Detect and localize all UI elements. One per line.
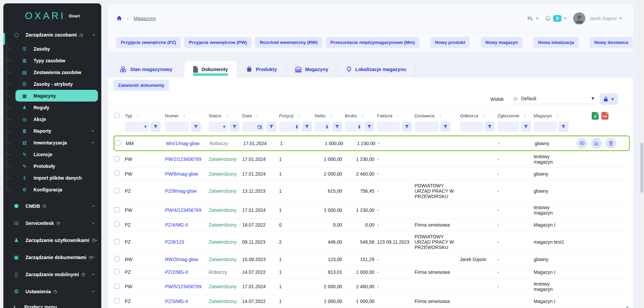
new-warehouse-button[interactable]: Nowy magazyn — [481, 37, 523, 48]
table-row[interactable]: MM Mm/1/mag-glow Roboczy 17.01.2024 1 1 … — [113, 135, 630, 151]
new-supplier-button[interactable]: Nowy dostawca — [590, 37, 633, 48]
sidebar-section[interactable]: ♟ Zarządzanie użytkownikami ◷ › — [3, 232, 101, 249]
sidebar-subitem[interactable]: ☰ Zasoby - atrybuty — [15, 78, 101, 90]
sidebar-section[interactable]: ☏ Servicedesk ◷ › — [3, 214, 101, 232]
filter-input[interactable]: ▼ ▲ ▼ — [497, 122, 519, 132]
column-header-label[interactable]: Numer — [165, 113, 179, 118]
sidebar-subitem[interactable]: ◎ Akcje — [15, 113, 101, 125]
user-name[interactable]: Jarek Gąsior — [589, 16, 617, 21]
caret-down-icon[interactable]: ▼ — [564, 17, 567, 20]
document-action-button[interactable]: Rozchód wewnętrzny (RW) — [255, 37, 322, 48]
table-row[interactable]: PW PW/4/123456789 Zatwierdzony 17.01.202… — [113, 202, 630, 219]
row-checkbox[interactable] — [114, 188, 119, 193]
row-checkbox[interactable] — [114, 222, 119, 227]
select-all-checkbox[interactable] — [114, 113, 119, 118]
document-action-button[interactable]: Przyjęcie zewnętrzne (PZ) — [116, 37, 181, 48]
breadcrumb-current-link[interactable]: Magazyny — [134, 16, 156, 21]
row-checkbox[interactable] — [114, 256, 119, 261]
filter-input[interactable]: ▼ ▲ ▼ — [279, 122, 300, 132]
filter-input[interactable]: ▼ ▲ ▼ — [377, 122, 400, 132]
column-header-label[interactable]: Data — [242, 113, 252, 118]
view-select[interactable]: ◎ Default ▼ — [513, 94, 595, 104]
filter-funnel-button[interactable] — [151, 122, 161, 132]
approve-documents-button[interactable]: Zatwierdź dokumenty — [113, 80, 169, 91]
home-icon[interactable] — [116, 15, 122, 21]
sidebar-subitem[interactable]: ✎ Licencje — [15, 148, 101, 160]
table-row[interactable]: RW RW/3/mag-glow Zatwierdzony 15.09.2023… — [113, 253, 630, 266]
column-header-label[interactable]: Odbiorca — [460, 113, 478, 118]
tab-stan-magazynowy[interactable]: Stan magazynowy — [108, 61, 184, 77]
language-selector[interactable]: PL — [527, 16, 533, 21]
column-header-label[interactable]: Dostawca — [415, 113, 434, 118]
filter-funnel-button[interactable] — [402, 122, 412, 132]
filter-funnel-button[interactable] — [229, 122, 239, 132]
avatar[interactable] — [573, 12, 585, 24]
filter-funnel-button[interactable] — [302, 122, 312, 132]
column-header-label[interactable]: Magazyn — [534, 113, 552, 118]
column-header-label[interactable]: Brutto — [345, 113, 357, 118]
sidebar-section[interactable]: ▯ Zarządzanie mobilnymi ◷ › — [3, 266, 101, 283]
column-menu-icon[interactable]: ⋮ — [297, 113, 302, 118]
filter-funnel-button[interactable] — [266, 122, 276, 132]
filter-input[interactable]: ▼ ▲ ▼ — [460, 122, 483, 132]
table-row[interactable]: PZ PZ/8/123 Zatwierdzony 09.11.2023 2 44… — [113, 231, 630, 253]
document-number-link[interactable]: PZ/2/MG-II — [165, 269, 188, 275]
sidebar-subitem[interactable]: ⋔ Reguły — [15, 102, 101, 113]
tab-lokalizacje-magazynu[interactable]: Lokalizacje magazynu — [337, 61, 415, 77]
filter-input[interactable]: ▼ ▲ ▼ — [315, 122, 330, 132]
row-checkbox[interactable] — [114, 156, 119, 162]
tab-dokumenty[interactable]: Dokumenty — [184, 61, 237, 77]
filter-funnel-button[interactable] — [191, 122, 201, 132]
column-menu-icon[interactable]: ⋮ — [438, 113, 443, 118]
column-header-label[interactable]: Status — [209, 113, 221, 118]
filter-funnel-button[interactable] — [558, 122, 569, 132]
filter-input[interactable]: ▼ ▲ ▼ — [209, 122, 228, 132]
filter-funnel-button[interactable] — [364, 122, 374, 132]
column-menu-icon[interactable]: ⋮ — [396, 113, 401, 118]
collapse-menu-button[interactable]: › Przełącz menu — [3, 303, 101, 308]
row-checkbox[interactable] — [114, 284, 119, 289]
export-excel-icon[interactable]: x — [592, 112, 599, 120]
sidebar-subitem[interactable]: ⊞ Typy zasobów — [15, 55, 101, 66]
sidebar-item-zarzadzanie-zasobami[interactable]: ⬡ Zarządzanie zasobami ◷ › — [3, 28, 101, 42]
document-number-link[interactable]: PZ/4/MG-II — [165, 222, 188, 228]
column-header-label[interactable]: Pozycji — [279, 113, 293, 118]
delete-row-button[interactable] — [605, 138, 617, 148]
caret-down-icon[interactable]: ▼ — [620, 17, 622, 20]
filter-input[interactable]: ▼ ▲ ▼ — [165, 122, 189, 132]
table-row[interactable]: PZ PZ/2/MG-II Roboczy 14.07.2022 1 813,0… — [113, 266, 630, 279]
document-number-link[interactable]: RW/3/mag-glow — [165, 257, 198, 262]
table-row[interactable]: PW PW/6/mag-glow Zatwierdzony 17.01.2024… — [113, 168, 630, 180]
sidebar-subitem[interactable]: ☰ Zasoby — [15, 43, 101, 55]
export-pdf-icon[interactable]: PDF — [601, 112, 608, 120]
filter-funnel-button[interactable] — [485, 122, 495, 132]
document-number-link[interactable]: PZ/9/mag-glow — [165, 188, 197, 194]
column-header-label[interactable]: Zgłoszenie — [497, 113, 519, 118]
column-header-label[interactable]: Netto — [315, 113, 325, 118]
column-menu-icon[interactable]: ⋮ — [225, 113, 230, 118]
sidebar-subitem[interactable]: ⊟ Inwentaryzacja › — [15, 137, 101, 148]
tab-magazyny[interactable]: Magazyny — [286, 61, 337, 77]
document-action-button[interactable]: Przyjęcie wewnętrzne (PW) — [184, 37, 252, 48]
new-location-button[interactable]: Nowa lokalizacja — [533, 37, 579, 48]
sidebar-subitem[interactable]: ⚙ Konfiguracja — [15, 184, 101, 195]
column-menu-icon[interactable]: ⋮ — [360, 113, 365, 118]
notification-count-badge[interactable]: 0 — [553, 15, 561, 22]
filter-funnel-button[interactable] — [332, 122, 342, 132]
document-number-link[interactable]: PW/2/123456789 — [165, 157, 201, 162]
page-scrollbar[interactable] — [639, 0, 644, 308]
sidebar-section[interactable]: ▣ Zarządzanie dokumentami ◷ › — [3, 249, 101, 266]
row-checkbox[interactable] — [114, 298, 119, 303]
document-number-link[interactable]: Mm/1/mag-glow — [166, 141, 200, 146]
row-checkbox[interactable] — [114, 171, 119, 176]
table-row[interactable]: PZ PZ/3/MG-II Zatwierdzony 14.07.2022 1 … — [113, 295, 630, 308]
column-menu-icon[interactable]: ⋮ — [555, 113, 560, 118]
document-number-link[interactable]: PW/4/123456789 — [165, 207, 201, 213]
filter-input[interactable]: ▼ ▲ ▼ — [125, 122, 149, 132]
filter-input[interactable]: ▼ ▲ ▼ — [534, 122, 557, 132]
row-checkbox[interactable] — [114, 269, 119, 274]
table-row[interactable]: PZ PZ/4/MG-II Zatwierdzony 18.07.2022 0 … — [113, 219, 630, 231]
sidebar-section[interactable]: ⬢ CMDB ◷ › — [3, 197, 101, 214]
column-menu-icon[interactable]: ⋮ — [329, 113, 334, 118]
new-product-button[interactable]: Nowy produkt — [430, 37, 470, 48]
